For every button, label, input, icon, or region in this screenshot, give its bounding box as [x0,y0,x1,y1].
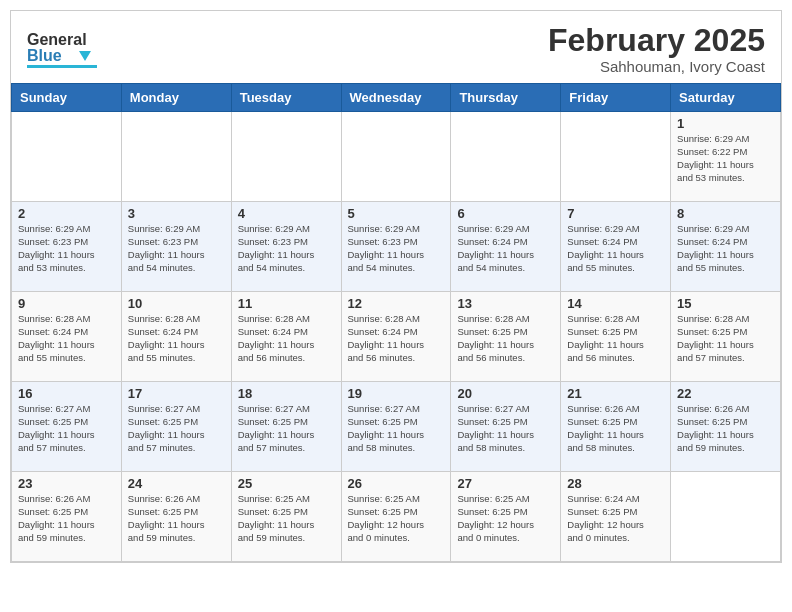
calendar-cell [671,472,781,562]
day-number: 28 [567,476,664,491]
day-info: Sunrise: 6:25 AMSunset: 6:25 PMDaylight:… [457,493,554,544]
day-number: 13 [457,296,554,311]
day-info: Sunrise: 6:29 AMSunset: 6:24 PMDaylight:… [457,223,554,274]
calendar-cell: 5Sunrise: 6:29 AMSunset: 6:23 PMDaylight… [341,202,451,292]
day-info: Sunrise: 6:28 AMSunset: 6:25 PMDaylight:… [457,313,554,364]
weekday-header-thursday: Thursday [451,84,561,112]
calendar-cell: 26Sunrise: 6:25 AMSunset: 6:25 PMDayligh… [341,472,451,562]
calendar-cell: 25Sunrise: 6:25 AMSunset: 6:25 PMDayligh… [231,472,341,562]
calendar-cell: 1Sunrise: 6:29 AMSunset: 6:22 PMDaylight… [671,112,781,202]
calendar-cell [561,112,671,202]
day-info: Sunrise: 6:29 AMSunset: 6:23 PMDaylight:… [238,223,335,274]
calendar-cell: 23Sunrise: 6:26 AMSunset: 6:25 PMDayligh… [12,472,122,562]
calendar-cell [341,112,451,202]
calendar-cell: 24Sunrise: 6:26 AMSunset: 6:25 PMDayligh… [121,472,231,562]
day-number: 19 [348,386,445,401]
svg-text:General: General [27,31,87,48]
day-info: Sunrise: 6:26 AMSunset: 6:25 PMDaylight:… [18,493,115,544]
day-number: 4 [238,206,335,221]
day-info: Sunrise: 6:27 AMSunset: 6:25 PMDaylight:… [348,403,445,454]
calendar-cell: 27Sunrise: 6:25 AMSunset: 6:25 PMDayligh… [451,472,561,562]
weekday-header-saturday: Saturday [671,84,781,112]
calendar-cell: 9Sunrise: 6:28 AMSunset: 6:24 PMDaylight… [12,292,122,382]
calendar-week-row: 2Sunrise: 6:29 AMSunset: 6:23 PMDaylight… [12,202,781,292]
day-number: 15 [677,296,774,311]
day-number: 18 [238,386,335,401]
svg-marker-2 [79,51,91,61]
calendar-cell: 20Sunrise: 6:27 AMSunset: 6:25 PMDayligh… [451,382,561,472]
day-info: Sunrise: 6:28 AMSunset: 6:24 PMDaylight:… [18,313,115,364]
day-number: 5 [348,206,445,221]
day-info: Sunrise: 6:29 AMSunset: 6:23 PMDaylight:… [128,223,225,274]
day-info: Sunrise: 6:29 AMSunset: 6:24 PMDaylight:… [677,223,774,274]
day-number: 20 [457,386,554,401]
day-info: Sunrise: 6:28 AMSunset: 6:25 PMDaylight:… [567,313,664,364]
day-info: Sunrise: 6:27 AMSunset: 6:25 PMDaylight:… [457,403,554,454]
day-number: 6 [457,206,554,221]
day-number: 23 [18,476,115,491]
day-number: 14 [567,296,664,311]
day-number: 26 [348,476,445,491]
svg-rect-3 [27,65,97,68]
calendar-cell: 15Sunrise: 6:28 AMSunset: 6:25 PMDayligh… [671,292,781,382]
calendar-week-row: 9Sunrise: 6:28 AMSunset: 6:24 PMDaylight… [12,292,781,382]
calendar-cell: 4Sunrise: 6:29 AMSunset: 6:23 PMDaylight… [231,202,341,292]
calendar-cell [451,112,561,202]
calendar-container: General Blue February 2025 Sahhouman, Iv… [10,10,782,563]
day-number: 9 [18,296,115,311]
day-number: 22 [677,386,774,401]
calendar-cell: 6Sunrise: 6:29 AMSunset: 6:24 PMDaylight… [451,202,561,292]
day-info: Sunrise: 6:26 AMSunset: 6:25 PMDaylight:… [128,493,225,544]
day-info: Sunrise: 6:28 AMSunset: 6:25 PMDaylight:… [677,313,774,364]
day-info: Sunrise: 6:25 AMSunset: 6:25 PMDaylight:… [348,493,445,544]
calendar-cell: 13Sunrise: 6:28 AMSunset: 6:25 PMDayligh… [451,292,561,382]
svg-text:Blue: Blue [27,47,62,64]
calendar-cell: 7Sunrise: 6:29 AMSunset: 6:24 PMDaylight… [561,202,671,292]
day-info: Sunrise: 6:27 AMSunset: 6:25 PMDaylight:… [128,403,225,454]
day-number: 2 [18,206,115,221]
calendar-cell: 16Sunrise: 6:27 AMSunset: 6:25 PMDayligh… [12,382,122,472]
day-number: 24 [128,476,225,491]
calendar-cell: 17Sunrise: 6:27 AMSunset: 6:25 PMDayligh… [121,382,231,472]
weekday-header-sunday: Sunday [12,84,122,112]
weekday-header-friday: Friday [561,84,671,112]
day-info: Sunrise: 6:27 AMSunset: 6:25 PMDaylight:… [238,403,335,454]
day-info: Sunrise: 6:26 AMSunset: 6:25 PMDaylight:… [567,403,664,454]
calendar-cell: 11Sunrise: 6:28 AMSunset: 6:24 PMDayligh… [231,292,341,382]
calendar-header: General Blue February 2025 Sahhouman, Iv… [11,11,781,83]
day-info: Sunrise: 6:28 AMSunset: 6:24 PMDaylight:… [128,313,225,364]
day-number: 16 [18,386,115,401]
day-info: Sunrise: 6:26 AMSunset: 6:25 PMDaylight:… [677,403,774,454]
month-title: February 2025 [548,23,765,58]
day-number: 7 [567,206,664,221]
day-number: 3 [128,206,225,221]
weekday-header-wednesday: Wednesday [341,84,451,112]
calendar-cell [121,112,231,202]
day-info: Sunrise: 6:24 AMSunset: 6:25 PMDaylight:… [567,493,664,544]
day-info: Sunrise: 6:27 AMSunset: 6:25 PMDaylight:… [18,403,115,454]
day-number: 1 [677,116,774,131]
day-number: 25 [238,476,335,491]
calendar-cell: 18Sunrise: 6:27 AMSunset: 6:25 PMDayligh… [231,382,341,472]
day-info: Sunrise: 6:29 AMSunset: 6:23 PMDaylight:… [18,223,115,274]
calendar-cell: 3Sunrise: 6:29 AMSunset: 6:23 PMDaylight… [121,202,231,292]
weekday-header-tuesday: Tuesday [231,84,341,112]
calendar-week-row: 1Sunrise: 6:29 AMSunset: 6:22 PMDaylight… [12,112,781,202]
calendar-cell [231,112,341,202]
calendar-cell [12,112,122,202]
logo: General Blue [27,23,117,73]
calendar-week-row: 16Sunrise: 6:27 AMSunset: 6:25 PMDayligh… [12,382,781,472]
day-info: Sunrise: 6:28 AMSunset: 6:24 PMDaylight:… [238,313,335,364]
day-info: Sunrise: 6:25 AMSunset: 6:25 PMDaylight:… [238,493,335,544]
calendar-cell: 12Sunrise: 6:28 AMSunset: 6:24 PMDayligh… [341,292,451,382]
calendar-cell: 10Sunrise: 6:28 AMSunset: 6:24 PMDayligh… [121,292,231,382]
day-info: Sunrise: 6:28 AMSunset: 6:24 PMDaylight:… [348,313,445,364]
logo-svg: General Blue [27,23,117,73]
day-number: 27 [457,476,554,491]
day-info: Sunrise: 6:29 AMSunset: 6:22 PMDaylight:… [677,133,774,184]
calendar-cell: 14Sunrise: 6:28 AMSunset: 6:25 PMDayligh… [561,292,671,382]
calendar-cell: 22Sunrise: 6:26 AMSunset: 6:25 PMDayligh… [671,382,781,472]
location-title: Sahhouman, Ivory Coast [548,58,765,75]
calendar-week-row: 23Sunrise: 6:26 AMSunset: 6:25 PMDayligh… [12,472,781,562]
calendar-cell: 2Sunrise: 6:29 AMSunset: 6:23 PMDaylight… [12,202,122,292]
